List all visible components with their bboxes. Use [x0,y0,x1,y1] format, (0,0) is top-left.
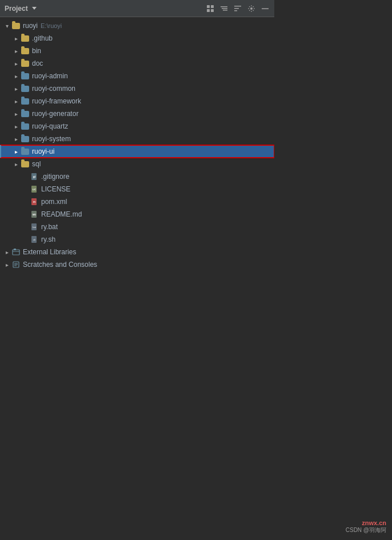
svg-rect-8 [234,8,239,9]
tree-item-pom[interactable]: m pom.xml [0,195,274,208]
watermark-site: znwx.cn [346,519,386,526]
toggle-ruoyi-framework[interactable] [11,97,21,106]
tree-item-doc[interactable]: doc [0,57,274,70]
toggle-ruoyi-system[interactable] [11,134,21,143]
tree-item-github[interactable]: .github [0,32,274,45]
folder-icon-ruoyi-common [21,84,30,93]
svg-text:gi: gi [33,175,36,178]
label-gitignore: .gitignore [41,173,69,181]
panel-title[interactable]: Project [5,5,37,13]
folder-icon-bin [21,46,30,55]
tree-item-ruoyi[interactable]: ruoyi E:\ruoyi [0,19,274,32]
label-sql: sql [32,160,41,168]
svg-rect-11 [262,8,269,9]
label-readme: README.md [41,210,82,218]
folder-icon-sql [21,159,30,169]
label-ruoyi: ruoyi [23,22,38,30]
scratch-icon [11,260,21,269]
file-icon-gitignore: gi [30,172,39,181]
svg-text:MD: MD [33,213,36,216]
folder-icon-ruoyi-quartz [21,122,30,131]
svg-rect-2 [207,9,210,12]
label-pom: pom.xml [41,198,67,206]
label-ry-sh: ry.sh [41,235,55,243]
label-ruoyi-admin: ruoyi-admin [32,72,68,80]
label-ry-bat: ry.bat [41,223,58,231]
tree-item-ry-bat[interactable]: bat ry.bat [0,221,274,233]
watermark-user: CSDN @羽海阿 [346,526,386,534]
svg-rect-1 [211,5,214,8]
watermark: znwx.cn CSDN @羽海阿 [346,519,386,534]
folder-icon-ruoyi-admin [21,71,30,81]
label-external-libraries: External Libraries [23,248,76,256]
svg-text:sh: sh [33,238,35,241]
tree-item-ruoyi-generator[interactable]: ruoyi-generator [0,107,274,120]
label-ruoyi-quartz: ruoyi-quartz [32,122,68,130]
label-ruoyi-system: ruoyi-system [32,135,71,143]
tree-item-ruoyi-ui[interactable]: ruoyi-ui [0,145,274,158]
tree-item-readme[interactable]: MD README.md [0,208,274,221]
folder-icon-github [21,34,30,43]
svg-point-10 [250,7,253,10]
label-license: LICENSE [41,185,70,193]
folder-icon-ruoyi-system [21,134,30,143]
ext-lib-icon [11,247,21,257]
tree-item-ruoyi-framework[interactable]: ruoyi-framework [0,95,274,107]
toggle-ruoyi[interactable] [2,21,11,30]
project-tree: ruoyi E:\ruoyi .github bin doc [0,17,274,540]
toggle-ruoyi-generator[interactable] [11,109,21,118]
file-icon-pom: m [30,197,39,206]
project-panel: Project [0,0,274,540]
file-icon-readme: MD [30,210,39,219]
tree-item-ruoyi-admin[interactable]: ruoyi-admin [0,70,274,82]
tree-item-ruoyi-common[interactable]: ruoyi-common [0,82,274,95]
label-scratches: Scratches and Consoles [23,261,97,269]
toggle-ruoyi-common[interactable] [11,84,21,93]
tree-item-ruoyi-quartz[interactable]: ruoyi-quartz [0,120,274,133]
svg-rect-9 [234,10,237,11]
label-doc: doc [32,59,43,67]
toggle-scratches[interactable] [2,260,11,269]
path-ruoyi: E:\ruoyi [41,22,62,29]
toggle-github[interactable] [11,34,21,43]
label-ruoyi-ui: ruoyi-ui [32,147,54,155]
svg-rect-7 [234,6,241,7]
svg-rect-6 [223,10,227,11]
tree-item-gitignore[interactable]: gi .gitignore [0,170,274,183]
tree-item-license[interactable]: LIC LICENSE [0,183,274,195]
gear-icon[interactable] [247,4,256,13]
file-icon-license: LIC [30,185,39,194]
header-toolbar [206,4,270,13]
toggle-doc[interactable] [11,59,21,68]
label-ruoyi-generator: ruoyi-generator [32,110,78,118]
toggle-bin[interactable] [11,46,21,55]
folder-icon-ruoyi-generator [21,109,30,118]
tree-item-ry-sh[interactable]: sh ry.sh [0,233,274,246]
tree-item-bin[interactable]: bin [0,45,274,57]
tree-item-ruoyi-system[interactable]: ruoyi-system [0,133,274,145]
toggle-ruoyi-quartz[interactable] [11,122,21,131]
file-icon-ry-sh: sh [30,235,39,244]
svg-rect-5 [222,8,227,9]
folder-icon-ruoyi [11,21,21,30]
toggle-ext-lib[interactable] [2,247,11,257]
folder-icon-doc [21,59,30,68]
layout-icon[interactable] [206,4,215,13]
sort-icon[interactable] [233,4,242,13]
label-ruoyi-common: ruoyi-common [32,85,75,93]
tree-item-scratches[interactable]: Scratches and Consoles [0,258,274,271]
tree-item-sql[interactable]: sql [0,158,274,170]
toggle-ruoyi-ui[interactable] [11,147,21,156]
folder-icon-ruoyi-framework [21,97,30,106]
svg-text:m: m [33,201,35,203]
svg-rect-4 [221,6,227,7]
label-github: .github [32,34,53,42]
minimize-icon[interactable] [261,4,270,13]
toggle-ruoyi-admin[interactable] [11,71,21,81]
toggle-sql[interactable] [11,159,21,169]
svg-rect-25 [14,249,16,250]
panel-title-dropdown-icon[interactable] [32,7,37,10]
tree-item-external-libraries[interactable]: External Libraries [0,246,274,258]
svg-rect-24 [13,250,19,255]
collapse-all-icon[interactable] [219,4,229,13]
